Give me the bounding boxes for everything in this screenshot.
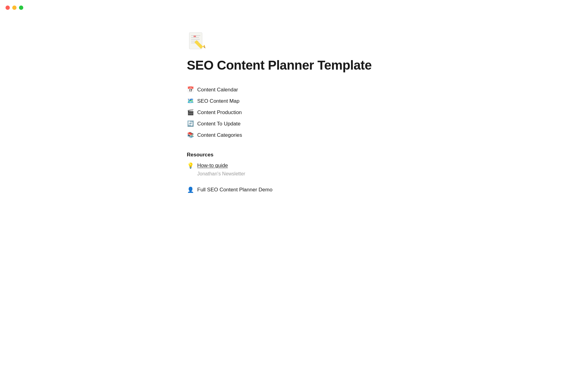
nav-item-seo-content-map[interactable]: 🗺️ SEO Content Map (187, 95, 401, 107)
nav-list: 📅 Content Calendar 🗺️ SEO Content Map 🎬 … (187, 84, 401, 141)
maximize-button[interactable] (19, 6, 23, 10)
close-button[interactable] (6, 6, 10, 10)
nav-item-label: Content To Update (197, 120, 240, 128)
nav-item-label: Content Calendar (197, 86, 238, 94)
howto-link[interactable]: How-to guide (197, 163, 228, 169)
update-icon: 🔄 (187, 120, 194, 128)
page-title: SEO Content Planner Template (187, 58, 401, 73)
page-container: SEO Content Planner Template 📅 Content C… (187, 31, 401, 368)
calendar-icon: 📅 (187, 86, 194, 94)
nav-item-label: Content Production (197, 109, 242, 117)
page-icon (187, 31, 401, 52)
page-icon-emoji (187, 31, 208, 52)
nav-item-content-categories[interactable]: 📚 Content Categories (187, 129, 401, 141)
nav-item-label: SEO Content Map (197, 97, 239, 105)
traffic-lights (6, 6, 23, 10)
clapper-icon: 🎬 (187, 108, 194, 117)
svg-rect-8 (194, 36, 196, 37)
nav-item-content-to-update[interactable]: 🔄 Content To Update (187, 118, 401, 129)
nav-item-label: Content Categories (197, 131, 242, 139)
main-content: SEO Content Planner Template 📅 Content C… (0, 0, 588, 368)
minimize-button[interactable] (12, 6, 17, 10)
resource-item-howto[interactable]: 💡 How-to guide (187, 161, 401, 170)
books-icon: 📚 (187, 131, 194, 139)
newsletter-sub: Jonathan's Newsletter (187, 170, 401, 178)
nav-item-content-calendar[interactable]: 📅 Content Calendar (187, 84, 401, 95)
resources-section: Resources 💡 How-to guide Jonathan's News… (187, 152, 401, 178)
demo-item[interactable]: 👤 Full SEO Content Planner Demo (187, 185, 401, 195)
bulb-icon: 💡 (187, 162, 194, 169)
person-icon: 👤 (187, 186, 194, 193)
demo-label: Full SEO Content Planner Demo (197, 187, 273, 193)
map-icon: 🗺️ (187, 97, 194, 105)
nav-item-content-production[interactable]: 🎬 Content Production (187, 107, 401, 118)
resources-heading: Resources (187, 152, 401, 158)
